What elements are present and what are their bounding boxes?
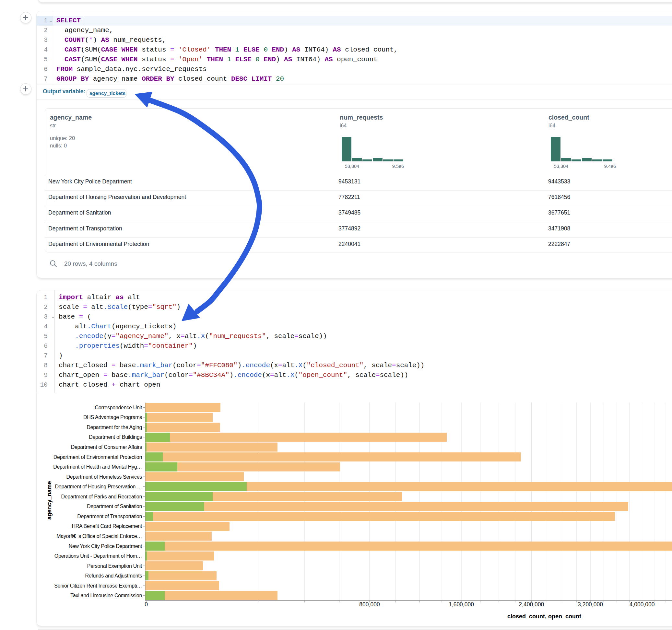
svg-text:DHS Advantage Programs: DHS Advantage Programs [83, 414, 142, 420]
svg-text:Department of Health and Menta: Department of Health and Mental Hyg… [53, 464, 142, 469]
svg-text:3,200,000: 3,200,000 [578, 601, 603, 608]
svg-text:2,400,000: 2,400,000 [519, 601, 544, 608]
svg-text:Personal Exemption Unit: Personal Exemption Unit [87, 563, 142, 569]
svg-text:0: 0 [145, 601, 148, 608]
svg-text:Department of Consumer Affairs: Department of Consumer Affairs [71, 444, 142, 450]
svg-text:Operations Unit - Department o: Operations Unit - Department of Hom… [54, 553, 142, 559]
svg-text:Department of Environmental Pr: Department of Environmental Protection [53, 454, 142, 460]
svg-text:closed_count, open_count: closed_count, open_count [507, 613, 581, 620]
svg-text:Department of Sanitation: Department of Sanitation [87, 504, 142, 509]
svg-text:New York City Police Departmen: New York City Police Department [69, 543, 142, 549]
svg-text:HRA Benefit Card Replacement: HRA Benefit Card Replacement [72, 524, 142, 529]
svg-text:agency_name: agency_name [46, 481, 52, 519]
svg-text:1,600,000: 1,600,000 [449, 601, 474, 608]
svg-text:Senior Citizen Rent Increase E: Senior Citizen Rent Increase Exempti… [54, 583, 142, 588]
svg-text:Department of Parks and Recrea: Department of Parks and Recreation [61, 494, 142, 500]
svg-text:Department for the Aging: Department for the Aging [87, 425, 142, 430]
svg-text:Mayorâ€ s Office of Special En: Mayorâ€ s Office of Special Enforce… [56, 533, 142, 539]
svg-text:800,000: 800,000 [359, 601, 380, 608]
svg-text:Department of Transportation: Department of Transportation [77, 514, 142, 519]
svg-text:Correspondence Unit: Correspondence Unit [95, 405, 142, 410]
svg-text:Refunds and Adjustments: Refunds and Adjustments [85, 573, 142, 579]
svg-text:Department of Housing Preserva: Department of Housing Preservation … [55, 484, 142, 489]
svg-text:4,000,000: 4,000,000 [629, 601, 655, 608]
svg-text:Department of Homeless Service: Department of Homeless Services [67, 474, 142, 480]
svg-text:Department of Buildings: Department of Buildings [89, 434, 142, 440]
svg-text:Taxi and Limousine Commission: Taxi and Limousine Commission [70, 593, 142, 598]
